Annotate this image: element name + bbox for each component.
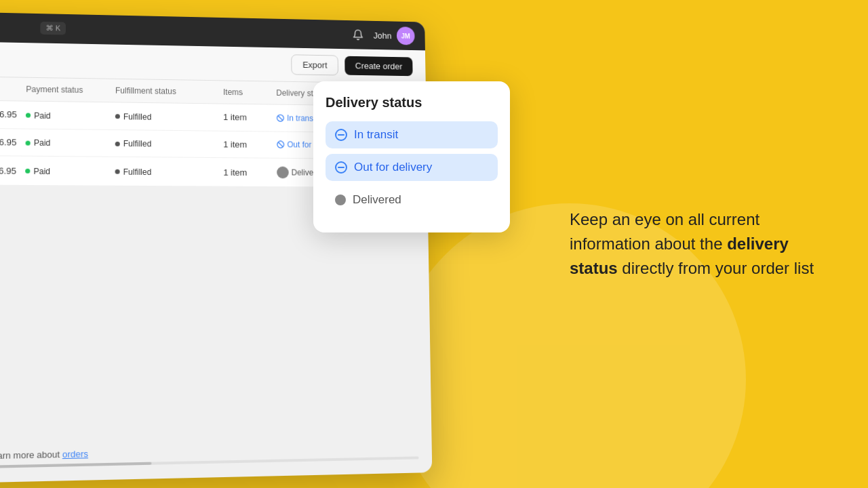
cell-payment: Paid xyxy=(26,110,115,121)
in-transit-icon xyxy=(335,129,347,141)
right-text-after: directly from your order list xyxy=(618,259,814,277)
right-description: Keep an eye on all current information a… xyxy=(570,207,827,281)
fulfillment-label: Fulfilled xyxy=(123,112,151,121)
delivered-dot xyxy=(277,167,289,179)
cell-items: 1 item xyxy=(223,139,277,149)
col-items: Items xyxy=(223,87,276,98)
cell-payment: Paid xyxy=(26,137,115,148)
out-for-delivery-icon xyxy=(335,161,347,174)
col-payment: Payment status xyxy=(26,85,115,96)
titlebar-user: John JM xyxy=(347,24,414,47)
payment-status-label: Paid xyxy=(34,138,51,148)
payment-status-label: Paid xyxy=(34,110,51,120)
right-content: Keep an eye on all current information a… xyxy=(570,207,827,281)
out-for-delivery-label: Out for delivery xyxy=(354,161,432,174)
cell-fulfillment: Fulfilled xyxy=(115,166,224,178)
fulfillment-label: Fulfilled xyxy=(123,139,152,148)
user-name: John xyxy=(374,30,392,41)
payment-status-label: Paid xyxy=(33,167,50,176)
create-order-button[interactable]: Create order xyxy=(344,56,412,77)
in-transit-label: In transit xyxy=(354,128,398,142)
bell-icon[interactable] xyxy=(347,24,368,45)
payment-status-dot xyxy=(26,113,31,118)
learn-more: Learn more about orders xyxy=(0,449,88,462)
fulfillment-dot xyxy=(115,141,120,146)
delivery-option-out-for-delivery[interactable]: Out for delivery xyxy=(326,154,498,181)
cell-payment: Paid xyxy=(25,165,115,176)
cell-total: SFr. 766.95 xyxy=(0,137,26,148)
delivery-option-in-transit[interactable]: In transit xyxy=(326,121,498,148)
delivered-icon xyxy=(335,195,346,205)
scroll-thumb xyxy=(0,462,151,469)
payment-status-dot xyxy=(25,169,30,174)
payment-status-dot xyxy=(26,140,31,145)
delivery-status-dropdown: Delivery status In transit Out for deliv… xyxy=(313,81,510,232)
fulfillment-dot xyxy=(115,169,120,174)
col-fulfillment: Fulfillment status xyxy=(115,86,223,97)
cell-fulfillment: Fulfilled xyxy=(115,110,223,122)
cell-items: 1 item xyxy=(223,113,277,123)
orders-link[interactable]: orders xyxy=(62,449,88,460)
cell-items: 1 item xyxy=(223,167,277,177)
svg-line-1 xyxy=(278,115,283,120)
user-avatar[interactable]: JM xyxy=(397,26,415,45)
cell-total: SFr. 646.95 xyxy=(0,109,26,120)
fulfillment-dot xyxy=(115,114,120,119)
learn-more-text: Learn more about xyxy=(0,449,62,462)
dropdown-title: Delivery status xyxy=(326,95,498,110)
cell-total: SFr. 716.95 xyxy=(0,165,25,176)
svg-line-3 xyxy=(278,142,283,147)
cell-fulfillment: Fulfilled xyxy=(115,138,224,149)
delivery-option-delivered[interactable]: Delivered xyxy=(326,186,498,214)
export-button[interactable]: Export xyxy=(292,54,338,75)
fulfillment-label: Fulfilled xyxy=(123,167,152,177)
col-total: Total xyxy=(0,83,26,94)
delivered-label: Delivered xyxy=(353,193,401,207)
keyboard-shortcut: ⌘ K xyxy=(40,22,66,35)
